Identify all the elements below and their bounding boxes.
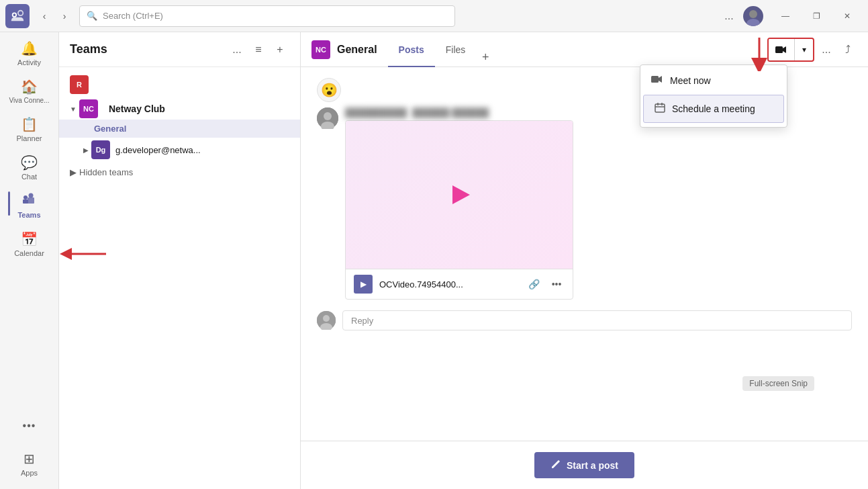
svg-point-12 [324,112,332,120]
sidebar-item-chat[interactable]: 💬 Chat [5,149,54,186]
sidebar-item-calendar[interactable]: 📅 Calendar [5,226,54,263]
schedule-meeting-item[interactable]: Schedule a meeting [643,95,784,123]
start-post-button[interactable]: Start a post [534,452,634,478]
video-more-button[interactable]: ••• [548,276,565,292]
sidebar-dots: ••• ⊞ Apps [5,412,54,484]
video-thumbnail[interactable] [346,121,573,269]
back-button[interactable]: ‹ [35,7,54,26]
play-small-button[interactable]: ▶ [354,275,373,294]
channel-popout-button[interactable]: ⤴ [838,40,857,59]
video-link-button[interactable]: 🔗 [526,276,542,292]
meet-now-label: Meet now [670,75,711,86]
reply-row: Reply [317,310,852,330]
post-bar: Start a post [301,441,868,489]
netway-team-row[interactable]: ▼ NC Netway Club [59,98,300,120]
apps-icon: ⊞ [21,451,38,467]
video-title: OCVideo.74954400... [379,279,519,290]
main-content: NC General Posts Files + ▾ ... [301,32,868,489]
sidebar-item-more[interactable]: ••• [5,412,54,441]
sidebar-label-activity: Activity [17,58,41,66]
svg-rect-3 [28,197,34,204]
chat-icon: 💬 [21,154,38,171]
sidebar-item-viva[interactable]: 🏠 Viva Conne... [5,73,54,109]
teams-filter-button[interactable]: ≡ [249,40,268,59]
channel-name: General [337,44,377,56]
teams-panel-title: Teams [70,42,228,56]
user-avatar[interactable] [743,6,763,26]
search-bar[interactable]: 🔍 Search (Ctrl+E) [79,5,455,27]
sidebar-item-apps[interactable]: ⊞ Apps [5,445,54,482]
sidebar-label-viva: Viva Conne... [9,97,50,104]
channel-header-right: ▾ ... ⤴ [767,38,857,62]
minimize-button[interactable]: — [770,5,801,27]
teams-more-options-button[interactable]: ... [228,40,246,59]
sidebar-item-activity[interactable]: 🔔 Activity [5,35,54,72]
forward-button[interactable]: › [55,7,74,26]
channel-header: NC General Posts Files + ▾ ... [301,32,868,67]
sidebar-item-planner[interactable]: 📋 Planner [5,111,54,148]
planner-icon: 📋 [21,116,38,132]
maximize-button[interactable]: ❐ [801,5,832,27]
play-button-big[interactable] [443,179,475,211]
video-bar: ▶ OCVideo.74954400... 🔗 ••• [346,269,573,299]
svg-point-16 [323,315,330,322]
developer-team-name: g.developer@netwa... [115,145,201,155]
hidden-teams-label: Hidden teams [79,167,133,177]
message-timestamp: ██████ ██████ [412,107,489,118]
teams-panel-header: Teams ... ≡ + [59,32,300,67]
reply-input[interactable]: Reply [342,310,852,330]
sidebar-teams-arrow [59,247,113,261]
netway-avatar: NC [79,99,98,118]
hidden-teams-item[interactable]: ▶ Hidden teams [59,162,300,183]
svg-point-1 [746,19,760,26]
sidebar-label-calendar: Calendar [14,249,44,257]
start-post-label: Start a post [567,460,618,471]
teams-list: R ▼ NC Netway Club General ▶ Dg [59,67,300,489]
sidebar-label-planner: Planner [17,134,42,142]
general-channel-label: General [94,124,126,134]
schedule-meeting-label: Schedule a meeting [672,103,755,114]
video-dropdown-menu: Meet now Schedule a meeting [640,64,787,128]
teams-logo [5,4,30,28]
netway-team-name: Netway Club [109,103,165,114]
video-call-button[interactable] [769,39,794,60]
general-channel-item[interactable]: General [59,120,300,138]
search-placeholder: Search (Ctrl+E) [103,11,163,21]
close-button[interactable]: ✕ [832,5,863,27]
video-button-group: ▾ [767,38,814,62]
window-controls: — ❐ ✕ [770,5,863,27]
meet-now-icon [651,75,663,87]
activity-icon: 🔔 [21,40,38,56]
main-layout: 🔔 Activity 🏠 Viva Conne... 📋 Planner 💬 C… [0,32,868,489]
channel-tabs: Posts Files + [388,32,495,66]
developer-team-row[interactable]: ▶ Dg g.developer@netwa... [59,138,300,162]
more-icon: ••• [21,418,38,434]
schedule-icon [655,102,665,116]
red-team-item[interactable]: R [59,73,300,97]
svg-marker-14 [452,185,470,204]
svg-point-4 [23,195,28,199]
calendar-icon: 📅 [21,231,38,247]
sidebar-item-teams[interactable]: Teams [5,187,54,224]
message-sender-name: ██████████ [345,107,407,118]
tab-posts[interactable]: Posts [388,33,435,67]
video-card: ▶ OCVideo.74954400... 🔗 ••• [345,120,573,300]
title-bar-right: ... — ❐ ✕ [719,5,863,27]
more-options-button[interactable]: ... [719,6,739,26]
tab-files[interactable]: Files [435,33,477,67]
reaction-emoji[interactable]: 😮 [317,78,341,102]
developer-expand-arrow: ▶ [83,146,89,154]
svg-rect-2 [23,199,28,204]
tab-add-button[interactable]: + [476,48,495,66]
channel-more-options-button[interactable]: ... [817,40,836,59]
teams-add-button[interactable]: + [271,40,289,59]
video-dropdown-button[interactable]: ▾ [794,39,813,60]
fullscreen-hint: Full-screen Snip [742,376,814,391]
search-icon: 🔍 [87,11,97,21]
message-avatar [317,107,338,129]
red-team-avatar: R [70,75,89,94]
svg-point-5 [28,193,33,198]
teams-icon [21,193,38,209]
channel-team-avatar: NC [311,40,330,59]
hidden-arrow-icon: ▶ [70,167,77,177]
